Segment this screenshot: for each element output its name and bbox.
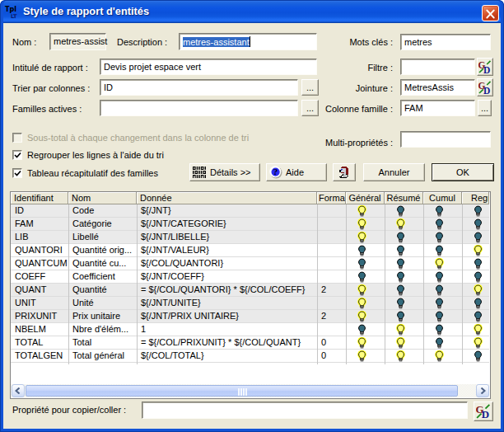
bulb-off-icon [434,311,445,322]
column-header-résumé[interactable]: Résumé [385,192,423,204]
trier-label: Trier par colonnes : [12,83,90,93]
column-separator [385,204,385,364]
bulb-on-icon [473,324,483,336]
svg-text:D: D [483,86,490,95]
trier-field[interactable]: ID [100,79,298,96]
table-row-quantcum[interactable]: QUANTCUMQuantité cu...${/COL/QUANTORI} [11,257,489,270]
filtre-gd-button[interactable]: G D [477,58,493,76]
propriete-gd-button[interactable]: G D [474,401,493,421]
nom-field[interactable]: metres-assist [49,33,106,50]
filtre-field[interactable] [400,59,475,75]
familles-field[interactable] [100,100,298,116]
table-header-row: IdentifiantNomDonnéeFormaGénéralRésuméCu… [11,192,489,204]
bulb-on-icon [395,218,406,230]
column-header-général[interactable]: Général [346,192,385,204]
bulb-off-icon [473,271,483,283]
column-header-nom[interactable]: Nom [68,192,137,204]
table-row-lib[interactable]: LIBLibellé${/JNT/LIBELLE} [11,231,489,244]
bulb-off-icon [473,205,483,217]
filtre-label: Filtre : [313,63,393,73]
familles-label: Familles actives : [12,104,82,114]
bulb-on-icon [357,350,367,362]
tableau-label: Tableau récapitulatif des familles [27,168,158,178]
bulb-off-icon [473,350,483,362]
bulb-on-icon [357,232,367,243]
check-icon [14,170,21,177]
cell-format [317,218,346,231]
window-title: Style de rapport d'entités [23,0,149,23]
cell-format [317,297,346,310]
bulb-off-icon [434,205,445,217]
column-separator [137,204,138,364]
intitule-field[interactable]: Devis projet espace vert [100,59,317,75]
bulb-on-icon [434,350,445,362]
horizontal-scrollbar[interactable] [11,384,489,397]
app-icon: Tpl LT [5,3,21,20]
bulb-off-icon [357,245,367,256]
column-separator [423,204,424,364]
bulb-off-icon [395,245,406,256]
jointure-gd-button[interactable]: G D [477,78,493,96]
close-button[interactable] [482,5,499,21]
cell-donnee: ${/JNT/COEFF} [137,270,317,284]
column-header-donnée[interactable]: Donnée [137,192,317,204]
table-row-quantori[interactable]: QUANTORIQuantité orig...${/JNT/VALEUR} [11,244,489,257]
mots-cles-value: metres [404,37,432,47]
bulb-off-icon [473,311,483,322]
cell-identifiant: COEFF [11,270,68,284]
bulb-off-icon [473,218,483,230]
ok-button[interactable]: OK [432,163,494,181]
colonne-famille-field[interactable]: FAM [400,100,475,116]
scrollbar-thumb[interactable] [26,385,458,397]
column-header-cumul[interactable]: Cumul [423,192,462,204]
cell-nom: Prix unitaire [68,310,137,323]
table-row-totalgen[interactable]: TOTALGENTotal général${/COL/TOTAL}0 [11,350,489,363]
table-row-fam[interactable]: FAMCatégorie${/JNT/CATEGORIE} [11,218,489,231]
intitule-value: Devis projet espace vert [104,62,201,72]
table-row-coeff[interactable]: COEFFCoefficient${/JNT/COEFF} [11,270,489,284]
person-icon [338,166,350,179]
description-field[interactable]: metres-assistant [179,33,317,50]
colonne-famille-browse-button[interactable]: ... [478,100,492,116]
details-button[interactable]: Détails >> [189,163,260,181]
cell-nom: Libellé [68,231,137,244]
aide-button[interactable]: ? Aide [266,163,327,181]
bulb-off-icon [434,324,445,336]
cell-identifiant: TOTAL [11,336,68,350]
table-row-unit[interactable]: UNITUnité${/JNT/UNITE} [11,297,489,310]
column-header-regr[interactable]: Regr [462,192,489,204]
bulb-off-icon [395,205,406,217]
check-icon [14,152,21,159]
cell-format [317,323,346,336]
table-row-prixunit[interactable]: PRIXUNITPrix unitaire${/JNT/PRIX UNITAIR… [11,310,489,323]
sous-total-checkbox[interactable] [12,133,22,143]
bulb-off-icon [357,324,367,336]
propriete-copier-field[interactable] [142,401,468,419]
multi-proprietes-field[interactable] [400,131,491,148]
scroll-left-button[interactable] [12,384,25,397]
bulb-on-icon [473,337,483,349]
mots-cles-label: Mots clés : [313,37,393,47]
description-value: metres-assistant [183,37,250,47]
column-header-identifiant[interactable]: Identifiant [11,192,68,204]
mots-cles-field[interactable]: metres [400,34,491,50]
person-button[interactable] [333,163,356,181]
tableau-checkbox[interactable] [12,168,22,178]
table-row-total[interactable]: TOTALTotal= ${/COL/PRIXUNIT} * ${/COL/QU… [11,336,489,350]
cell-format [317,204,346,218]
jointure-field[interactable]: MetresAssis [400,79,475,96]
scroll-right-button[interactable] [476,384,489,397]
bulb-off-icon [434,271,445,283]
cell-donnee: ${/JNT} [137,204,317,218]
cell-nom: Quantité cu... [68,257,137,270]
bulb-off-icon [395,232,406,243]
propriete-copier-label: Propriété pour copier/coller : [12,405,126,415]
regrouper-checkbox[interactable] [12,150,22,160]
annuler-button[interactable]: Annuler [363,163,425,181]
table-row-nbelm[interactable]: NBELMNbre d'élém...1 [11,323,489,336]
column-header-forma[interactable]: Forma [317,192,346,204]
cell-identifiant: UNIT [11,297,68,310]
table-row-id[interactable]: IDCode${/JNT} [11,204,489,218]
table-row-quant[interactable]: QUANTQuantité= ${/COL/QUANTORI} * ${/COL… [11,284,489,297]
svg-text:?: ? [273,167,278,176]
